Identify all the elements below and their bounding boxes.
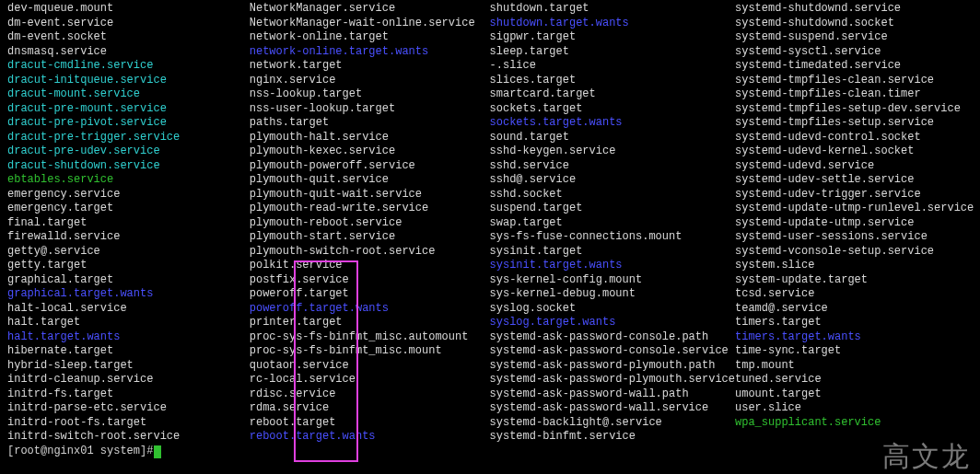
file-entry: slices.target — [490, 74, 735, 88]
file-entry: sysinit.target — [490, 245, 735, 260]
file-entry: initrd-switch-root.service — [7, 430, 250, 445]
file-entry: sysinit.target.wants — [490, 259, 735, 273]
file-entry: network-online.target — [250, 30, 490, 45]
file-entry: dracut-pre-pivot.service — [7, 116, 250, 131]
ls-column-4: systemd-shutdownd.servicesystemd-shutdow… — [735, 2, 973, 445]
file-entry: systemd-sysctl.service — [735, 45, 973, 60]
file-entry: systemd-ask-password-console.service — [490, 344, 735, 359]
file-entry: sshd.service — [490, 159, 735, 174]
file-entry: rc-local.service — [250, 373, 490, 387]
ls-output: dev-mqueue.mountdm-event.servicedm-event… — [7, 2, 973, 445]
file-entry: dm-event.service — [7, 17, 250, 31]
file-entry: wpa_supplicant.service — [735, 416, 973, 431]
file-entry: systemd-backlight@.service — [490, 416, 735, 431]
file-entry: getty.target — [7, 259, 250, 273]
file-entry: plymouth-poweroff.service — [250, 159, 490, 174]
cursor — [154, 445, 161, 458]
file-entry: halt-local.service — [7, 302, 250, 317]
file-entry: systemd-tmpfiles-setup-dev.service — [735, 102, 973, 117]
file-entry: systemd-tmpfiles-setup.service — [735, 116, 973, 131]
file-entry: shutdown.target.wants — [490, 17, 735, 31]
file-entry: systemd-ask-password-plymouth.service — [490, 373, 735, 387]
file-entry: systemd-udev-trigger.service — [735, 188, 973, 202]
file-entry: printer.target — [250, 316, 490, 330]
file-entry: initrd-parse-etc.service — [7, 401, 250, 416]
file-entry: systemd-user-sessions.service — [735, 230, 973, 245]
file-entry: smartcard.target — [490, 87, 735, 102]
file-entry: final.target — [7, 216, 250, 231]
file-entry: dracut-mount.service — [7, 87, 250, 102]
file-entry: paths.target — [250, 116, 490, 131]
file-entry: systemd-update-utmp-runlevel.service — [735, 202, 973, 216]
file-entry: plymouth-switch-root.service — [250, 245, 490, 260]
file-entry: rdma.service — [250, 401, 490, 416]
file-entry: time-sync.target — [735, 344, 973, 359]
file-entry: systemd-suspend.service — [735, 30, 973, 45]
file-entry: plymouth-start.service — [250, 230, 490, 245]
file-entry: rdisc.service — [250, 387, 490, 402]
file-entry: systemd-binfmt.service — [490, 430, 735, 445]
file-entry: emergency.service — [7, 188, 250, 202]
file-entry: systemd-ask-password-wall.path — [490, 387, 735, 402]
file-entry: initrd-root-fs.target — [7, 416, 250, 431]
file-entry: systemd-shutdownd.socket — [735, 17, 973, 31]
file-entry: initrd-fs.target — [7, 387, 250, 402]
file-entry: nginx.service — [250, 74, 490, 88]
file-entry: nss-user-lookup.target — [250, 102, 490, 117]
file-entry: systemd-udevd-kernel.socket — [735, 145, 973, 159]
file-entry: system-update.target — [735, 273, 973, 288]
file-entry: dracut-initqueue.service — [7, 74, 250, 88]
file-entry: timers.target.wants — [735, 330, 973, 345]
file-entry: emergency.target — [7, 202, 250, 216]
file-entry: polkit.service — [250, 259, 490, 273]
file-entry: graphical.target — [7, 273, 250, 288]
file-entry: dev-mqueue.mount — [7, 2, 250, 17]
file-entry: tcsd.service — [735, 287, 973, 302]
file-entry: sshd@.service — [490, 173, 735, 188]
file-entry: halt.target — [7, 316, 250, 330]
file-entry: systemd-udev-settle.service — [735, 173, 973, 188]
file-entry: proc-sys-fs-binfmt_misc.automount — [250, 330, 490, 345]
file-entry: dracut-shutdown.service — [7, 159, 250, 174]
file-entry: sigpwr.target — [490, 30, 735, 45]
file-entry: systemd-vconsole-setup.service — [735, 245, 973, 260]
file-entry: nss-lookup.target — [250, 87, 490, 102]
file-entry: systemd-update-utmp.service — [735, 216, 973, 231]
file-entry: network.target — [250, 59, 490, 74]
file-entry: halt.target.wants — [7, 330, 250, 345]
file-entry: network-online.target.wants — [250, 45, 490, 60]
file-entry: dracut-cmdline.service — [7, 59, 250, 74]
file-entry: graphical.target.wants — [7, 287, 250, 302]
ls-column-1: dev-mqueue.mountdm-event.servicedm-event… — [7, 2, 250, 445]
ls-column-2: NetworkManager.serviceNetworkManager-wai… — [250, 2, 490, 445]
file-entry: systemd-ask-password-wall.service — [490, 401, 735, 416]
file-entry: dracut-pre-udev.service — [7, 145, 250, 159]
file-entry: swap.target — [490, 216, 735, 231]
file-entry: systemd-ask-password-plymouth.path — [490, 359, 735, 374]
file-entry: hibernate.target — [7, 344, 250, 359]
file-entry: shutdown.target — [490, 2, 735, 17]
file-entry: sockets.target — [490, 102, 735, 117]
file-entry: plymouth-quit-wait.service — [250, 188, 490, 202]
file-entry: reboot.target.wants — [250, 430, 490, 445]
file-entry: systemd-timedated.service — [735, 59, 973, 74]
shell-prompt-line[interactable]: [root@nginx01 system]# — [7, 445, 973, 459]
file-entry: ebtables.service — [7, 173, 250, 188]
file-entry: systemd-udevd.service — [735, 159, 973, 174]
file-entry: dracut-pre-trigger.service — [7, 131, 250, 145]
file-entry: systemd-tmpfiles-clean.timer — [735, 87, 973, 102]
file-entry: sshd-keygen.service — [490, 145, 735, 159]
file-entry: quotaon.service — [250, 359, 490, 374]
file-entry: hybrid-sleep.target — [7, 359, 250, 374]
file-entry: initrd-cleanup.service — [7, 373, 250, 387]
file-entry: poweroff.target — [250, 287, 490, 302]
file-entry: sound.target — [490, 131, 735, 145]
file-entry: plymouth-reboot.service — [250, 216, 490, 231]
file-entry: poweroff.target.wants — [250, 302, 490, 317]
file-entry: sys-kernel-debug.mount — [490, 287, 735, 302]
file-entry: suspend.target — [490, 202, 735, 216]
file-entry: syslog.socket — [490, 302, 735, 317]
file-entry: sys-fs-fuse-connections.mount — [490, 230, 735, 245]
file-entry: NetworkManager-wait-online.service — [250, 17, 490, 31]
file-entry: plymouth-read-write.service — [250, 202, 490, 216]
